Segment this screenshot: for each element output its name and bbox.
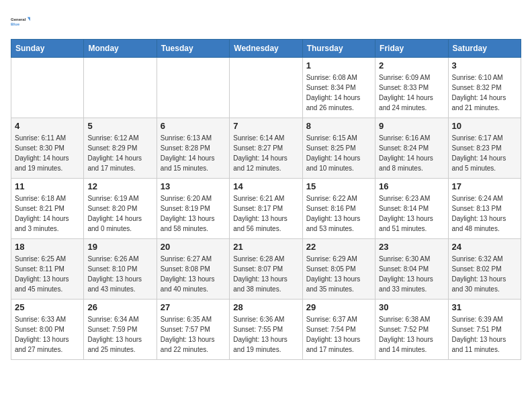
calendar-cell: 6Sunrise: 6:13 AM Sunset: 8:28 PM Daylig… — [157, 118, 229, 179]
calendar-cell: 13Sunrise: 6:20 AM Sunset: 8:19 PM Dayli… — [157, 179, 229, 239]
calendar-cell: 4Sunrise: 6:11 AM Sunset: 8:30 PM Daylig… — [11, 118, 84, 179]
day-info: Sunrise: 6:39 AM Sunset: 7:51 PM Dayligh… — [452, 314, 517, 355]
day-info: Sunrise: 6:20 AM Sunset: 8:19 PM Dayligh… — [161, 193, 226, 234]
day-number: 2 — [379, 60, 444, 71]
day-number: 25 — [15, 302, 80, 312]
day-info: Sunrise: 6:28 AM Sunset: 8:07 PM Dayligh… — [233, 254, 298, 294]
calendar-cell: 30Sunrise: 6:38 AM Sunset: 7:52 PM Dayli… — [375, 300, 448, 360]
svg-marker-2 — [28, 17, 30, 21]
day-number: 8 — [306, 121, 371, 131]
calendar-cell: 31Sunrise: 6:39 AM Sunset: 7:51 PM Dayli… — [448, 300, 521, 360]
calendar-cell: 12Sunrise: 6:19 AM Sunset: 8:20 PM Dayli… — [84, 179, 157, 239]
weekday-header-thursday: Thursday — [302, 40, 375, 58]
weekday-header-row: SundayMondayTuesdayWednesdayThursdayFrid… — [11, 40, 521, 58]
calendar-cell: 22Sunrise: 6:29 AM Sunset: 8:05 PM Dayli… — [302, 239, 375, 300]
day-info: Sunrise: 6:30 AM Sunset: 8:04 PM Dayligh… — [379, 254, 444, 294]
calendar-table: SundayMondayTuesdayWednesdayThursdayFrid… — [11, 39, 521, 360]
day-number: 14 — [233, 181, 298, 191]
day-info: Sunrise: 6:23 AM Sunset: 8:14 PM Dayligh… — [379, 193, 444, 234]
calendar-cell: 23Sunrise: 6:30 AM Sunset: 8:04 PM Dayli… — [375, 239, 448, 300]
calendar-cell: 17Sunrise: 6:24 AM Sunset: 8:13 PM Dayli… — [448, 179, 521, 239]
day-number: 28 — [233, 302, 298, 312]
day-info: Sunrise: 6:38 AM Sunset: 7:52 PM Dayligh… — [379, 314, 444, 355]
day-number: 17 — [452, 181, 517, 191]
calendar-week-3: 11Sunrise: 6:18 AM Sunset: 8:21 PM Dayli… — [11, 179, 521, 239]
calendar-cell: 16Sunrise: 6:23 AM Sunset: 8:14 PM Dayli… — [375, 179, 448, 239]
day-number: 24 — [452, 242, 517, 252]
calendar-header: SundayMondayTuesdayWednesdayThursdayFrid… — [11, 40, 521, 58]
day-number: 23 — [379, 242, 444, 252]
day-info: Sunrise: 6:10 AM Sunset: 8:32 PM Dayligh… — [452, 73, 517, 113]
calendar-cell: 20Sunrise: 6:27 AM Sunset: 8:08 PM Dayli… — [157, 239, 229, 300]
day-info: Sunrise: 6:34 AM Sunset: 7:59 PM Dayligh… — [87, 314, 152, 355]
day-info: Sunrise: 6:17 AM Sunset: 8:23 PM Dayligh… — [452, 133, 517, 173]
calendar-cell: 25Sunrise: 6:33 AM Sunset: 8:00 PM Dayli… — [11, 300, 84, 360]
day-number: 29 — [306, 302, 371, 312]
day-info: Sunrise: 6:36 AM Sunset: 7:55 PM Dayligh… — [233, 314, 298, 355]
calendar-cell: 3Sunrise: 6:10 AM Sunset: 8:32 PM Daylig… — [448, 58, 521, 118]
day-info: Sunrise: 6:08 AM Sunset: 8:34 PM Dayligh… — [306, 73, 371, 113]
day-info: Sunrise: 6:15 AM Sunset: 8:25 PM Dayligh… — [306, 133, 371, 173]
day-number: 5 — [87, 121, 152, 131]
day-number: 9 — [379, 121, 444, 131]
day-info: Sunrise: 6:22 AM Sunset: 8:16 PM Dayligh… — [306, 193, 371, 234]
day-info: Sunrise: 6:21 AM Sunset: 8:17 PM Dayligh… — [233, 193, 298, 234]
calendar-cell: 5Sunrise: 6:12 AM Sunset: 8:29 PM Daylig… — [84, 118, 157, 179]
calendar-cell: 1Sunrise: 6:08 AM Sunset: 8:34 PM Daylig… — [302, 58, 375, 118]
page-header: GeneralBlue — [11, 11, 521, 32]
calendar-cell: 9Sunrise: 6:16 AM Sunset: 8:24 PM Daylig… — [375, 118, 448, 179]
day-number: 1 — [306, 60, 371, 71]
calendar-week-1: 1Sunrise: 6:08 AM Sunset: 8:34 PM Daylig… — [11, 58, 521, 118]
day-info: Sunrise: 6:09 AM Sunset: 8:33 PM Dayligh… — [379, 73, 444, 113]
day-number: 19 — [87, 242, 152, 252]
logo-icon: GeneralBlue — [11, 11, 32, 32]
calendar-cell: 2Sunrise: 6:09 AM Sunset: 8:33 PM Daylig… — [375, 58, 448, 118]
calendar-week-4: 18Sunrise: 6:25 AM Sunset: 8:11 PM Dayli… — [11, 239, 521, 300]
calendar-cell: 14Sunrise: 6:21 AM Sunset: 8:17 PM Dayli… — [230, 179, 302, 239]
weekday-header-saturday: Saturday — [448, 40, 521, 58]
day-number: 31 — [452, 302, 517, 312]
day-info: Sunrise: 6:26 AM Sunset: 8:10 PM Dayligh… — [87, 254, 152, 294]
day-number: 11 — [15, 181, 80, 191]
day-info: Sunrise: 6:27 AM Sunset: 8:08 PM Dayligh… — [161, 254, 226, 294]
logo: GeneralBlue — [11, 11, 32, 32]
weekday-header-monday: Monday — [84, 40, 157, 58]
svg-text:General: General — [11, 17, 26, 21]
day-number: 27 — [161, 302, 226, 312]
calendar-cell: 29Sunrise: 6:37 AM Sunset: 7:54 PM Dayli… — [302, 300, 375, 360]
day-info: Sunrise: 6:32 AM Sunset: 8:02 PM Dayligh… — [452, 254, 517, 294]
calendar-cell: 7Sunrise: 6:14 AM Sunset: 8:27 PM Daylig… — [230, 118, 302, 179]
day-number: 13 — [161, 181, 226, 191]
day-number: 12 — [87, 181, 152, 191]
day-number: 16 — [379, 181, 444, 191]
calendar-cell: 19Sunrise: 6:26 AM Sunset: 8:10 PM Dayli… — [84, 239, 157, 300]
calendar-cell: 11Sunrise: 6:18 AM Sunset: 8:21 PM Dayli… — [11, 179, 84, 239]
day-info: Sunrise: 6:16 AM Sunset: 8:24 PM Dayligh… — [379, 133, 444, 173]
day-info: Sunrise: 6:24 AM Sunset: 8:13 PM Dayligh… — [452, 193, 517, 234]
calendar-cell — [157, 58, 229, 118]
calendar-cell — [230, 58, 302, 118]
calendar-cell — [11, 58, 84, 118]
calendar-cell: 18Sunrise: 6:25 AM Sunset: 8:11 PM Dayli… — [11, 239, 84, 300]
day-info: Sunrise: 6:35 AM Sunset: 7:57 PM Dayligh… — [161, 314, 226, 355]
weekday-header-sunday: Sunday — [11, 40, 84, 58]
day-number: 4 — [15, 121, 80, 131]
day-info: Sunrise: 6:25 AM Sunset: 8:11 PM Dayligh… — [15, 254, 80, 294]
calendar-cell: 27Sunrise: 6:35 AM Sunset: 7:57 PM Dayli… — [157, 300, 229, 360]
day-number: 3 — [452, 60, 517, 71]
day-number: 21 — [233, 242, 298, 252]
day-number: 20 — [161, 242, 226, 252]
day-info: Sunrise: 6:19 AM Sunset: 8:20 PM Dayligh… — [87, 193, 152, 234]
day-info: Sunrise: 6:18 AM Sunset: 8:21 PM Dayligh… — [15, 193, 80, 234]
calendar-cell: 10Sunrise: 6:17 AM Sunset: 8:23 PM Dayli… — [448, 118, 521, 179]
svg-text:Blue: Blue — [11, 22, 20, 26]
day-number: 10 — [452, 121, 517, 131]
day-info: Sunrise: 6:11 AM Sunset: 8:30 PM Dayligh… — [15, 133, 80, 173]
day-number: 7 — [233, 121, 298, 131]
day-number: 26 — [87, 302, 152, 312]
calendar-cell: 26Sunrise: 6:34 AM Sunset: 7:59 PM Dayli… — [84, 300, 157, 360]
calendar-cell: 15Sunrise: 6:22 AM Sunset: 8:16 PM Dayli… — [302, 179, 375, 239]
calendar-cell: 28Sunrise: 6:36 AM Sunset: 7:55 PM Dayli… — [230, 300, 302, 360]
day-number: 22 — [306, 242, 371, 252]
weekday-header-wednesday: Wednesday — [230, 40, 302, 58]
